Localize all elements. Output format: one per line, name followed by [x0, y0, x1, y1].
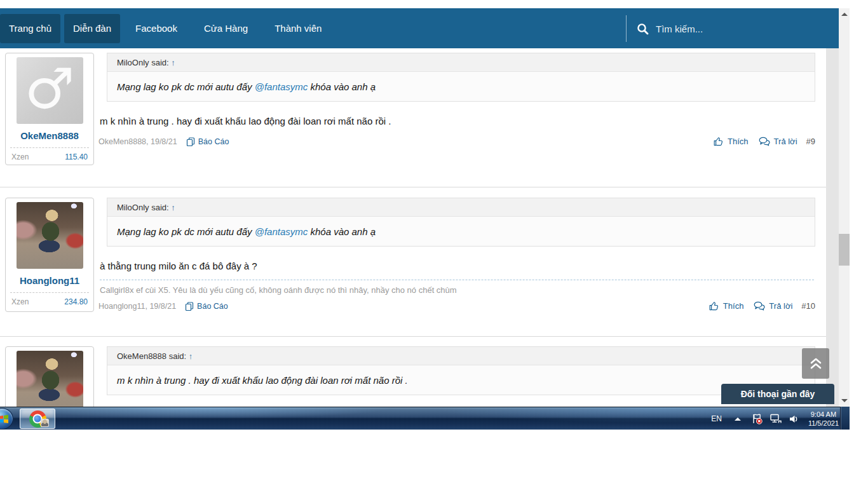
post-meta[interactable]: OkeMen8888, 19/8/21 — [98, 137, 177, 146]
reply-label: Trả lời — [774, 137, 797, 146]
report-label: Báo Cáo — [197, 302, 228, 311]
nav-tab-shop[interactable]: Cửa Hàng — [193, 14, 259, 43]
recent-conversations-bar[interactable]: Đối thoại gần đây — [721, 384, 834, 404]
report-label: Báo Cáo — [198, 137, 229, 146]
quote-body: m k nhìn à trung . hay đi xuất khẩu lao … — [107, 365, 815, 395]
report-pages-icon — [185, 302, 194, 311]
mention-link[interactable]: @fantasymc — [255, 226, 308, 237]
quote-header[interactable]: OkeMen8888 said: ↑ — [107, 347, 815, 365]
clock-date: 11/5/2021 — [808, 419, 839, 428]
stat-label: Xzen — [11, 152, 29, 161]
clock-time: 9:04 AM — [808, 410, 839, 419]
username-link[interactable]: Hoanglong11 — [10, 275, 89, 286]
thread-content: ♂ OkeMen8888 Xzen 115.40 MiloOnly said: … — [0, 48, 826, 407]
post-actions: Thích Trả lời #9 — [703, 137, 815, 146]
scrollbar-thumb[interactable] — [839, 234, 850, 266]
network-icon[interactable] — [770, 413, 782, 424]
quote-body: Mạng lag ko pk dc mới autu đấy @fantasym… — [107, 72, 815, 101]
scrollbar-up-arrow-icon[interactable] — [841, 13, 848, 16]
quote-jump-arrow[interactable]: ↑ — [171, 58, 175, 67]
language-indicator[interactable]: EN — [705, 414, 728, 423]
quote-author: MiloOnly said: — [117, 58, 169, 67]
thumbs-up-icon — [714, 137, 724, 146]
search-box — [626, 15, 839, 42]
post-author-card — [5, 346, 94, 407]
search-input[interactable] — [656, 24, 796, 34]
scrollbar-down-arrow-icon[interactable] — [841, 399, 848, 402]
post-9: ♂ OkeMen8888 Xzen 115.40 MiloOnly said: … — [0, 48, 826, 187]
post-footer: Hoanglong11, 19/8/21 Báo Cáo Thích Trả l… — [98, 301, 815, 311]
like-label: Thích — [728, 137, 749, 146]
post-11-partial: OkeMen8888 said: ↑ m k nhìn à trung . ha… — [0, 337, 826, 407]
system-tray: EN 9:04 AM 11/5/2021 — [705, 407, 839, 430]
quote-text: Mạng lag ko pk dc mới autu đấy — [117, 81, 255, 92]
mention-link[interactable]: @fantasymc — [255, 81, 308, 92]
windows-start-button[interactable] — [0, 408, 13, 430]
quote-block: MiloOnly said: ↑ Mạng lag ko pk dc mới a… — [107, 53, 815, 102]
chrome-profile-avatar — [41, 419, 49, 427]
windows-logo-icon — [0, 415, 8, 423]
avatar[interactable]: ♂ — [17, 57, 83, 124]
report-button[interactable]: Báo Cáo — [185, 302, 228, 311]
avatar[interactable] — [17, 202, 83, 269]
show-desktop-button[interactable] — [840, 407, 850, 430]
avatar[interactable] — [17, 351, 83, 407]
show-hidden-icons-button[interactable] — [735, 417, 741, 421]
browser-scrollbar[interactable] — [839, 8, 850, 407]
like-label: Thích — [723, 301, 744, 311]
quote-body: Mạng lag ko pk dc mới autu đấy @fantasym… — [107, 217, 815, 246]
quote-text: m k nhìn à trung . hay đi xuất khẩu lao … — [117, 375, 408, 386]
post-number-link[interactable]: #9 — [806, 137, 815, 146]
post-meta[interactable]: Hoanglong11, 19/8/21 — [98, 302, 176, 311]
quote-header[interactable]: MiloOnly said: ↑ — [107, 198, 815, 217]
post-number-link[interactable]: #10 — [801, 301, 815, 311]
stat-value: 234.80 — [64, 297, 88, 306]
report-pages-icon — [186, 137, 195, 146]
nav-tab-home[interactable]: Trang chủ — [0, 14, 60, 43]
scroll-to-top-button[interactable] — [802, 348, 829, 379]
user-signature: Callgirl8x ef cùi X5. Yêu là dù yếu cũng… — [100, 280, 814, 295]
reply-label: Trả lời — [769, 301, 792, 311]
volume-icon[interactable] — [789, 414, 799, 424]
nav-tab-forum[interactable]: Diễn đàn — [64, 14, 120, 43]
post-author-card: ♂ OkeMen8888 Xzen 115.40 — [5, 53, 94, 165]
user-stats: Xzen 234.80 — [10, 292, 89, 306]
post-body-text: m k nhìn à trung . hay đi xuất khẩu lao … — [100, 116, 814, 126]
reply-button[interactable]: Trả lời — [754, 301, 792, 311]
taskbar-clock[interactable]: 9:04 AM 11/5/2021 — [808, 410, 839, 428]
nav-tabs: Trang chủ Diễn đàn Facebook Cửa Hàng Thà… — [0, 14, 337, 43]
reply-bubbles-icon — [759, 137, 770, 146]
quote-text: Mạng lag ko pk dc mới autu đấy — [117, 226, 255, 237]
quote-author: MiloOnly said: — [117, 203, 169, 212]
report-button[interactable]: Báo Cáo — [186, 137, 229, 146]
nav-tab-facebook[interactable]: Facebook — [124, 14, 189, 43]
username-link[interactable]: OkeMen8888 — [10, 130, 89, 141]
quote-header[interactable]: MiloOnly said: ↑ — [107, 53, 815, 72]
quote-author: OkeMen8888 said: — [117, 351, 186, 361]
quote-jump-arrow[interactable]: ↑ — [189, 351, 193, 361]
reply-button[interactable]: Trả lời — [759, 137, 797, 146]
quote-block: MiloOnly said: ↑ Mạng lag ko pk dc mới a… — [107, 198, 815, 247]
search-icon — [637, 23, 649, 35]
quote-text-2: khóa vào anh ạ — [308, 81, 376, 92]
quote-jump-arrow[interactable]: ↑ — [171, 203, 175, 212]
action-center-flag-icon[interactable] — [751, 413, 763, 424]
screen: Trang chủ Diễn đàn Facebook Cửa Hàng Thà… — [0, 0, 850, 430]
post-actions: Thích Trả lời #10 — [699, 301, 815, 311]
stat-label: Xzen — [11, 297, 29, 306]
stat-value: 115.40 — [65, 152, 88, 161]
post-message: OkeMen8888 said: ↑ m k nhìn à trung . ha… — [98, 346, 815, 395]
thumbs-up-icon — [709, 301, 719, 311]
main-navbar: Trang chủ Diễn đàn Facebook Cửa Hàng Thà… — [0, 8, 839, 48]
like-button[interactable]: Thích — [709, 301, 744, 311]
post-author-card: Hoanglong11 Xzen 234.80 — [5, 198, 94, 312]
post-body-text: à thằng trung milo ăn c đá bô đây à ? — [100, 261, 814, 271]
post-10: Hoanglong11 Xzen 234.80 MiloOnly said: ↑… — [0, 187, 826, 337]
reply-bubbles-icon — [754, 301, 765, 311]
nav-tab-members[interactable]: Thành viên — [263, 14, 333, 43]
post-footer: OkeMen8888, 19/8/21 Báo Cáo Thích Trả lờ… — [98, 137, 815, 146]
like-button[interactable]: Thích — [714, 137, 749, 146]
quote-block: OkeMen8888 said: ↑ m k nhìn à trung . ha… — [107, 346, 815, 395]
chrome-taskbar-button[interactable] — [20, 409, 55, 429]
post-message: MiloOnly said: ↑ Mạng lag ko pk dc mới a… — [98, 53, 815, 146]
